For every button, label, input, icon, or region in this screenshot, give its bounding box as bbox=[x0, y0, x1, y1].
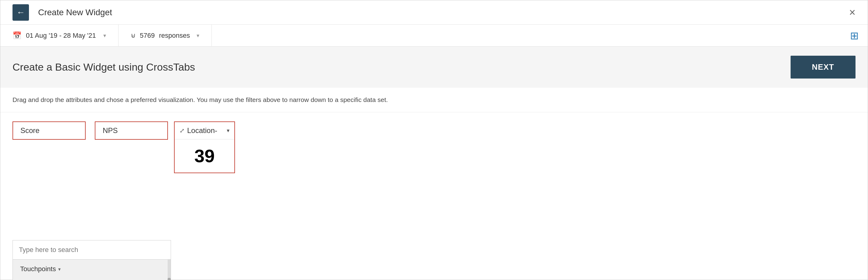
date-range-item[interactable]: 📅 01 Aug '19 - 28 May '21 ▾ bbox=[0, 25, 119, 46]
touchpoints-chevron-icon: ▾ bbox=[58, 266, 61, 272]
dropdown-scrollbar-thumb bbox=[167, 278, 171, 280]
nps-label: NPS bbox=[103, 126, 118, 135]
title-bar: Create a Basic Widget using CrossTabs NE… bbox=[0, 46, 868, 88]
dropdown-search-input[interactable] bbox=[13, 240, 171, 259]
responses-chevron-icon: ▾ bbox=[196, 32, 199, 39]
location-label: Location- bbox=[187, 126, 224, 135]
touchpoints-label: Touchpoints bbox=[20, 265, 56, 273]
page-title: Create a Basic Widget using CrossTabs bbox=[12, 61, 195, 73]
close-button[interactable]: × bbox=[849, 7, 856, 18]
location-field-container: ⤢ Location- ▾ 39 bbox=[174, 121, 235, 173]
date-chevron-icon: ▾ bbox=[103, 32, 106, 39]
description-text: Drag and drop the attributes and chose a… bbox=[12, 96, 856, 103]
list-item[interactable]: Screen Size ▾ bbox=[13, 278, 171, 280]
calendar-icon: 📅 bbox=[12, 31, 22, 40]
modal-title: Create New Widget bbox=[38, 8, 112, 18]
main-content: Score NPS ⤢ Location- ▾ 39 Touchpoints ▾ bbox=[0, 112, 868, 280]
stack-icon: ⊞ bbox=[850, 30, 859, 42]
expand-icon: ⤢ bbox=[180, 127, 185, 134]
list-item[interactable]: Touchpoints ▾ bbox=[13, 259, 171, 278]
dropdown-panel: Touchpoints ▾ Screen Size ▾ NPS ▾ Websit… bbox=[12, 240, 171, 280]
score-field[interactable]: Score bbox=[12, 121, 86, 140]
date-range-text: 01 Aug '19 - 28 May '21 bbox=[26, 32, 96, 40]
location-field[interactable]: ⤢ Location- ▾ bbox=[175, 122, 235, 139]
sub-header: 📅 01 Aug '19 - 28 May '21 ▾ ⊌ 5769 respo… bbox=[0, 25, 868, 46]
responses-label: responses bbox=[159, 32, 190, 40]
next-button[interactable]: NEXT bbox=[790, 56, 856, 78]
location-chevron-icon: ▾ bbox=[227, 127, 229, 134]
dropdown-scrollbar[interactable] bbox=[167, 259, 171, 280]
location-value: 39 bbox=[175, 139, 235, 173]
score-label: Score bbox=[21, 126, 40, 135]
description-bar: Drag and drop the attributes and chose a… bbox=[0, 88, 868, 112]
header-left: ← Create New Widget bbox=[12, 4, 112, 21]
back-button[interactable]: ← bbox=[12, 4, 29, 21]
filter-icon: ⊌ bbox=[131, 32, 135, 40]
responses-count: 5769 bbox=[140, 32, 155, 40]
sub-header-right: ⊞ bbox=[841, 30, 868, 42]
nps-field[interactable]: NPS bbox=[95, 121, 168, 140]
responses-item[interactable]: ⊌ 5769 responses ▾ bbox=[119, 25, 212, 46]
modal-header: ← Create New Widget × bbox=[0, 0, 868, 25]
